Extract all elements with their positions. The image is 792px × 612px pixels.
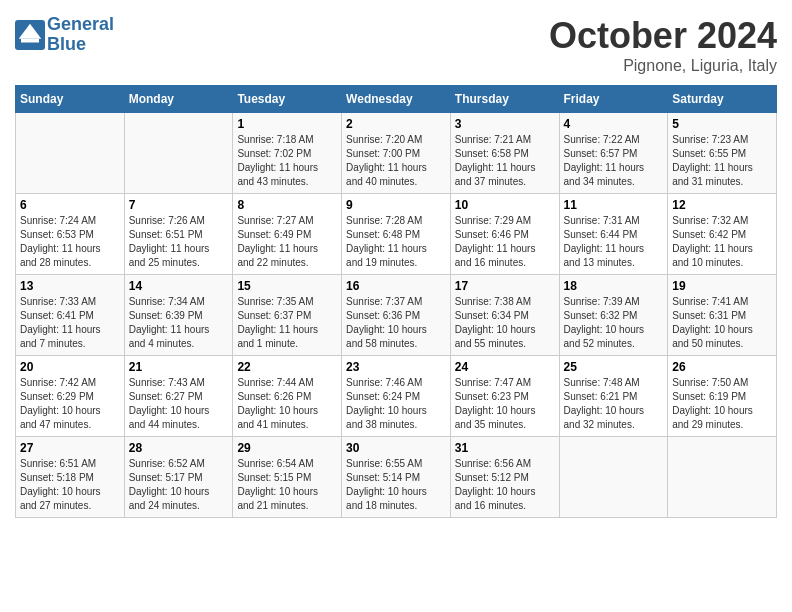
calendar-week-row: 1Sunrise: 7:18 AMSunset: 7:02 PMDaylight… bbox=[16, 113, 777, 194]
calendar-cell bbox=[16, 113, 125, 194]
calendar-week-row: 27Sunrise: 6:51 AMSunset: 5:18 PMDayligh… bbox=[16, 437, 777, 518]
calendar-cell: 29Sunrise: 6:54 AMSunset: 5:15 PMDayligh… bbox=[233, 437, 342, 518]
day-info: Sunrise: 7:44 AMSunset: 6:26 PMDaylight:… bbox=[237, 376, 337, 432]
day-info: Sunrise: 7:18 AMSunset: 7:02 PMDaylight:… bbox=[237, 133, 337, 189]
day-number: 21 bbox=[129, 360, 229, 374]
page-header: General Blue October 2024 Pignone, Ligur… bbox=[15, 15, 777, 75]
calendar-cell: 8Sunrise: 7:27 AMSunset: 6:49 PMDaylight… bbox=[233, 194, 342, 275]
day-number: 15 bbox=[237, 279, 337, 293]
calendar-cell: 23Sunrise: 7:46 AMSunset: 6:24 PMDayligh… bbox=[342, 356, 451, 437]
calendar-header-row: SundayMondayTuesdayWednesdayThursdayFrid… bbox=[16, 86, 777, 113]
day-info: Sunrise: 7:31 AMSunset: 6:44 PMDaylight:… bbox=[564, 214, 664, 270]
day-number: 20 bbox=[20, 360, 120, 374]
day-info: Sunrise: 7:33 AMSunset: 6:41 PMDaylight:… bbox=[20, 295, 120, 351]
calendar-week-row: 6Sunrise: 7:24 AMSunset: 6:53 PMDaylight… bbox=[16, 194, 777, 275]
day-number: 29 bbox=[237, 441, 337, 455]
calendar-cell bbox=[124, 113, 233, 194]
weekday-header: Wednesday bbox=[342, 86, 451, 113]
calendar-cell: 13Sunrise: 7:33 AMSunset: 6:41 PMDayligh… bbox=[16, 275, 125, 356]
calendar-cell: 31Sunrise: 6:56 AMSunset: 5:12 PMDayligh… bbox=[450, 437, 559, 518]
calendar-cell: 4Sunrise: 7:22 AMSunset: 6:57 PMDaylight… bbox=[559, 113, 668, 194]
day-info: Sunrise: 7:26 AMSunset: 6:51 PMDaylight:… bbox=[129, 214, 229, 270]
day-info: Sunrise: 6:55 AMSunset: 5:14 PMDaylight:… bbox=[346, 457, 446, 513]
calendar-week-row: 13Sunrise: 7:33 AMSunset: 6:41 PMDayligh… bbox=[16, 275, 777, 356]
weekday-header: Monday bbox=[124, 86, 233, 113]
day-number: 9 bbox=[346, 198, 446, 212]
calendar-cell: 26Sunrise: 7:50 AMSunset: 6:19 PMDayligh… bbox=[668, 356, 777, 437]
calendar-cell: 28Sunrise: 6:52 AMSunset: 5:17 PMDayligh… bbox=[124, 437, 233, 518]
day-info: Sunrise: 7:21 AMSunset: 6:58 PMDaylight:… bbox=[455, 133, 555, 189]
day-info: Sunrise: 7:27 AMSunset: 6:49 PMDaylight:… bbox=[237, 214, 337, 270]
calendar-cell: 17Sunrise: 7:38 AMSunset: 6:34 PMDayligh… bbox=[450, 275, 559, 356]
day-number: 10 bbox=[455, 198, 555, 212]
day-info: Sunrise: 7:38 AMSunset: 6:34 PMDaylight:… bbox=[455, 295, 555, 351]
day-number: 18 bbox=[564, 279, 664, 293]
weekday-header: Thursday bbox=[450, 86, 559, 113]
calendar-cell: 24Sunrise: 7:47 AMSunset: 6:23 PMDayligh… bbox=[450, 356, 559, 437]
calendar-cell: 15Sunrise: 7:35 AMSunset: 6:37 PMDayligh… bbox=[233, 275, 342, 356]
location-title: Pignone, Liguria, Italy bbox=[549, 57, 777, 75]
calendar-cell: 20Sunrise: 7:42 AMSunset: 6:29 PMDayligh… bbox=[16, 356, 125, 437]
month-title: October 2024 bbox=[549, 15, 777, 57]
logo: General Blue bbox=[15, 15, 114, 55]
day-number: 13 bbox=[20, 279, 120, 293]
day-info: Sunrise: 7:43 AMSunset: 6:27 PMDaylight:… bbox=[129, 376, 229, 432]
day-number: 8 bbox=[237, 198, 337, 212]
calendar-cell: 27Sunrise: 6:51 AMSunset: 5:18 PMDayligh… bbox=[16, 437, 125, 518]
day-info: Sunrise: 6:56 AMSunset: 5:12 PMDaylight:… bbox=[455, 457, 555, 513]
calendar-cell: 3Sunrise: 7:21 AMSunset: 6:58 PMDaylight… bbox=[450, 113, 559, 194]
day-number: 28 bbox=[129, 441, 229, 455]
calendar-cell: 11Sunrise: 7:31 AMSunset: 6:44 PMDayligh… bbox=[559, 194, 668, 275]
day-number: 27 bbox=[20, 441, 120, 455]
calendar-cell: 9Sunrise: 7:28 AMSunset: 6:48 PMDaylight… bbox=[342, 194, 451, 275]
logo-icon bbox=[15, 20, 45, 50]
day-info: Sunrise: 7:22 AMSunset: 6:57 PMDaylight:… bbox=[564, 133, 664, 189]
day-number: 5 bbox=[672, 117, 772, 131]
calendar-cell bbox=[668, 437, 777, 518]
day-info: Sunrise: 7:29 AMSunset: 6:46 PMDaylight:… bbox=[455, 214, 555, 270]
day-info: Sunrise: 7:48 AMSunset: 6:21 PMDaylight:… bbox=[564, 376, 664, 432]
calendar-cell: 25Sunrise: 7:48 AMSunset: 6:21 PMDayligh… bbox=[559, 356, 668, 437]
day-info: Sunrise: 7:50 AMSunset: 6:19 PMDaylight:… bbox=[672, 376, 772, 432]
logo-blue: Blue bbox=[47, 34, 86, 54]
logo-text: General Blue bbox=[47, 15, 114, 55]
day-info: Sunrise: 6:52 AMSunset: 5:17 PMDaylight:… bbox=[129, 457, 229, 513]
day-number: 23 bbox=[346, 360, 446, 374]
day-number: 19 bbox=[672, 279, 772, 293]
calendar-cell: 2Sunrise: 7:20 AMSunset: 7:00 PMDaylight… bbox=[342, 113, 451, 194]
weekday-header: Saturday bbox=[668, 86, 777, 113]
day-number: 11 bbox=[564, 198, 664, 212]
calendar-cell: 12Sunrise: 7:32 AMSunset: 6:42 PMDayligh… bbox=[668, 194, 777, 275]
calendar-cell: 30Sunrise: 6:55 AMSunset: 5:14 PMDayligh… bbox=[342, 437, 451, 518]
weekday-header: Sunday bbox=[16, 86, 125, 113]
day-info: Sunrise: 7:32 AMSunset: 6:42 PMDaylight:… bbox=[672, 214, 772, 270]
calendar-cell: 1Sunrise: 7:18 AMSunset: 7:02 PMDaylight… bbox=[233, 113, 342, 194]
weekday-header: Tuesday bbox=[233, 86, 342, 113]
day-info: Sunrise: 6:51 AMSunset: 5:18 PMDaylight:… bbox=[20, 457, 120, 513]
day-info: Sunrise: 7:23 AMSunset: 6:55 PMDaylight:… bbox=[672, 133, 772, 189]
day-info: Sunrise: 7:39 AMSunset: 6:32 PMDaylight:… bbox=[564, 295, 664, 351]
calendar-cell: 6Sunrise: 7:24 AMSunset: 6:53 PMDaylight… bbox=[16, 194, 125, 275]
day-info: Sunrise: 7:37 AMSunset: 6:36 PMDaylight:… bbox=[346, 295, 446, 351]
day-number: 22 bbox=[237, 360, 337, 374]
day-info: Sunrise: 7:20 AMSunset: 7:00 PMDaylight:… bbox=[346, 133, 446, 189]
day-info: Sunrise: 7:47 AMSunset: 6:23 PMDaylight:… bbox=[455, 376, 555, 432]
weekday-header: Friday bbox=[559, 86, 668, 113]
day-info: Sunrise: 7:24 AMSunset: 6:53 PMDaylight:… bbox=[20, 214, 120, 270]
day-number: 16 bbox=[346, 279, 446, 293]
calendar-cell: 16Sunrise: 7:37 AMSunset: 6:36 PMDayligh… bbox=[342, 275, 451, 356]
day-info: Sunrise: 7:35 AMSunset: 6:37 PMDaylight:… bbox=[237, 295, 337, 351]
day-number: 30 bbox=[346, 441, 446, 455]
day-number: 2 bbox=[346, 117, 446, 131]
day-number: 26 bbox=[672, 360, 772, 374]
calendar-table: SundayMondayTuesdayWednesdayThursdayFrid… bbox=[15, 85, 777, 518]
day-number: 25 bbox=[564, 360, 664, 374]
calendar-cell: 5Sunrise: 7:23 AMSunset: 6:55 PMDaylight… bbox=[668, 113, 777, 194]
calendar-cell: 18Sunrise: 7:39 AMSunset: 6:32 PMDayligh… bbox=[559, 275, 668, 356]
day-number: 7 bbox=[129, 198, 229, 212]
calendar-cell: 21Sunrise: 7:43 AMSunset: 6:27 PMDayligh… bbox=[124, 356, 233, 437]
title-block: October 2024 Pignone, Liguria, Italy bbox=[549, 15, 777, 75]
calendar-cell bbox=[559, 437, 668, 518]
calendar-week-row: 20Sunrise: 7:42 AMSunset: 6:29 PMDayligh… bbox=[16, 356, 777, 437]
calendar-cell: 10Sunrise: 7:29 AMSunset: 6:46 PMDayligh… bbox=[450, 194, 559, 275]
